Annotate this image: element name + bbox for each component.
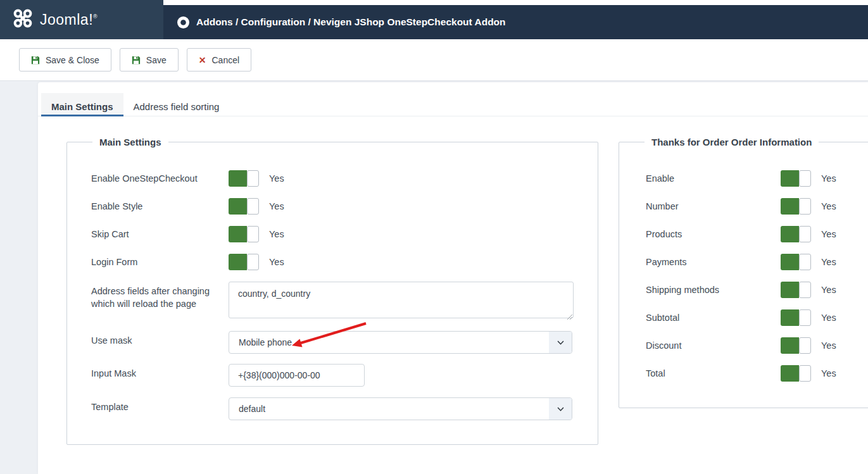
main-settings-fieldset: Main Settings Enable OneStepCheckout Yes… [66, 142, 598, 445]
address-fields-textarea[interactable]: country, d_country [229, 282, 574, 318]
toggle-knob [799, 365, 811, 382]
input-mask-field[interactable] [229, 364, 365, 387]
toggle-track-on [781, 198, 799, 215]
toggle-knob [799, 282, 811, 298]
toggle-track-on [781, 365, 799, 382]
thanks-order-fieldset: Thanks for Order Order Information Enabl… [619, 142, 868, 408]
button-label: Save [146, 55, 167, 65]
field-row: Use mask Mobile phone [91, 331, 572, 354]
save-and-close-button[interactable]: Save & Close [19, 48, 111, 72]
tab-main-settings[interactable]: Main Settings [41, 93, 123, 116]
field-label: Number [646, 200, 781, 213]
toggle-knob [247, 198, 259, 215]
cancel-button[interactable]: ✕ Cancel [187, 48, 251, 72]
toggle-thanks-shipping-methods[interactable] [781, 282, 811, 298]
toggle-skip-cart[interactable] [229, 226, 259, 242]
field-label: Shipping methods [646, 284, 781, 296]
breadcrumb: Addons / Configuration / Nevigen JShop O… [196, 16, 506, 28]
field-label: Use mask [91, 331, 229, 347]
toggle-thanks-payments[interactable] [781, 254, 811, 270]
field-row: Payments Yes [646, 254, 868, 270]
field-label: Enable OneStepCheckout [91, 172, 229, 185]
field-row: Template default [91, 397, 572, 420]
field-label: Template [91, 397, 229, 413]
toggle-knob [799, 337, 811, 354]
field-label: Login Form [91, 256, 229, 268]
joomla-logo-text: Joomla!® [40, 11, 97, 28]
field-row: Enable Yes [646, 170, 868, 187]
field-row: Discount Yes [646, 337, 868, 354]
save-icon [132, 56, 141, 65]
toggle-track-on [229, 254, 247, 270]
tab-bar: Main Settings Address field sorting [41, 93, 229, 116]
toggle-thanks-number[interactable] [781, 198, 811, 215]
toggle-thanks-total[interactable] [781, 365, 811, 382]
toggle-knob [799, 309, 811, 326]
toggle-track-on [781, 337, 799, 354]
textarea-wrap: country, d_country [229, 282, 574, 321]
use-mask-select[interactable]: Mobile phone [229, 331, 572, 354]
template-select[interactable]: default [229, 397, 572, 420]
field-label: Total [646, 367, 781, 380]
registered-mark: ® [93, 13, 97, 20]
field-row: Number Yes [646, 198, 868, 215]
toggle-state-label: Yes [821, 368, 836, 378]
toggle-track-on [229, 198, 247, 215]
toggle-enable-style[interactable] [229, 198, 259, 215]
field-label: Input Mask [91, 364, 229, 380]
toggle-thanks-products[interactable] [781, 226, 811, 242]
toggle-thanks-enable[interactable] [781, 170, 811, 187]
toggle-state-label: Yes [269, 229, 284, 239]
toggle-knob [247, 170, 259, 187]
save-button[interactable]: Save [120, 48, 179, 72]
toggle-state-label: Yes [821, 229, 836, 239]
joomla-logo-link[interactable]: Joomla!® [0, 0, 163, 39]
toggle-thanks-subtotal[interactable] [781, 309, 811, 326]
field-row: Subtotal Yes [646, 309, 868, 326]
toggle-track-on [229, 226, 247, 242]
field-label: Address fields after changing which will… [91, 282, 229, 311]
field-label: Enable [646, 172, 781, 185]
field-row: Login Form Yes [91, 254, 572, 270]
toggle-knob [247, 226, 259, 242]
chevron-down-icon [549, 398, 572, 420]
toggle-track-on [781, 254, 799, 270]
toggle-track-on [781, 309, 799, 326]
select-value: Mobile phone [229, 337, 292, 347]
joomla-logo-icon [13, 8, 33, 31]
toggle-track-on [229, 170, 247, 187]
toggle-knob [799, 226, 811, 242]
field-row: Shipping methods Yes [646, 282, 868, 298]
breadcrumb-bar: Addons / Configuration / Nevigen JShop O… [163, 5, 868, 39]
toggle-enable-onestepcheckout[interactable] [229, 170, 259, 187]
field-label: Discount [646, 339, 781, 352]
toggle-track-on [781, 282, 799, 298]
field-label: Payments [646, 256, 781, 268]
field-row: Enable Style Yes [91, 198, 572, 215]
field-label: Skip Cart [91, 228, 229, 240]
toggle-login-form[interactable] [229, 254, 259, 270]
toggle-track-on [781, 170, 799, 187]
field-label: Subtotal [646, 311, 781, 324]
select-value: default [229, 404, 265, 414]
toggle-thanks-discount[interactable] [781, 337, 811, 354]
toggle-state-label: Yes [821, 340, 836, 351]
field-label: Enable Style [91, 200, 229, 213]
tab-address-field-sorting[interactable]: Address field sorting [123, 93, 230, 116]
field-row: Enable OneStepCheckout Yes [91, 170, 572, 187]
toggle-state-label: Yes [821, 285, 836, 295]
chevron-down-icon [549, 332, 572, 353]
toggle-knob [799, 254, 811, 270]
toggle-knob [799, 198, 811, 215]
toggle-track-on [781, 226, 799, 242]
field-row: Skip Cart Yes [91, 226, 572, 242]
toggle-state-label: Yes [269, 201, 284, 211]
toolbar: Save & Close Save ✕ Cancel [19, 48, 251, 72]
toggle-state-label: Yes [821, 173, 836, 184]
toggle-state-label: Yes [269, 173, 284, 184]
field-row: Input Mask [91, 364, 572, 387]
content-card: Main Settings Address field sorting Main… [38, 82, 868, 474]
field-row: Products Yes [646, 226, 868, 242]
toggle-state-label: Yes [821, 257, 836, 267]
button-label: Cancel [211, 55, 239, 65]
